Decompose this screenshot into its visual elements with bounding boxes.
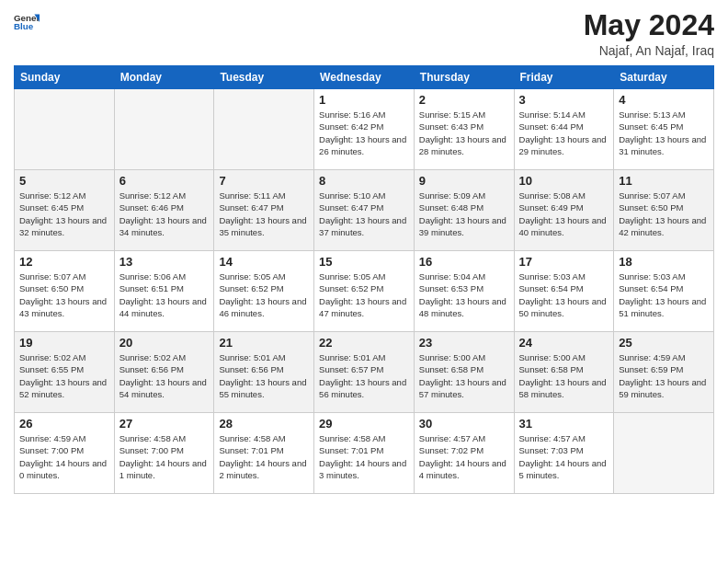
week-row-3: 19Sunrise: 5:02 AM Sunset: 6:55 PM Dayli…: [15, 332, 714, 413]
day-number: 19: [19, 336, 109, 350]
day-number: 25: [619, 336, 709, 350]
table-row: 25Sunrise: 4:59 AM Sunset: 6:59 PM Dayli…: [614, 332, 714, 413]
day-number: 14: [219, 255, 309, 269]
header-sunday: Sunday: [15, 66, 115, 89]
table-row: 30Sunrise: 4:57 AM Sunset: 7:02 PM Dayli…: [414, 413, 514, 494]
day-number: 20: [119, 336, 210, 350]
day-info: Sunrise: 5:02 AM Sunset: 6:56 PM Dayligh…: [119, 351, 210, 400]
table-row: 5Sunrise: 5:12 AM Sunset: 6:45 PM Daylig…: [15, 170, 115, 251]
day-info: Sunrise: 4:58 AM Sunset: 7:01 PM Dayligh…: [219, 432, 309, 481]
table-row: 18Sunrise: 5:03 AM Sunset: 6:54 PM Dayli…: [614, 251, 714, 332]
day-number: 10: [519, 174, 609, 188]
day-info: Sunrise: 5:00 AM Sunset: 6:58 PM Dayligh…: [519, 351, 609, 400]
table-row: [15, 89, 115, 170]
week-row-1: 5Sunrise: 5:12 AM Sunset: 6:45 PM Daylig…: [15, 170, 714, 251]
table-row: 21Sunrise: 5:01 AM Sunset: 6:56 PM Dayli…: [214, 332, 314, 413]
table-row: 23Sunrise: 5:00 AM Sunset: 6:58 PM Dayli…: [414, 332, 514, 413]
table-row: [214, 89, 314, 170]
day-number: 23: [419, 336, 509, 350]
day-info: Sunrise: 4:57 AM Sunset: 7:02 PM Dayligh…: [419, 432, 509, 481]
table-row: 4Sunrise: 5:13 AM Sunset: 6:45 PM Daylig…: [614, 89, 714, 170]
calendar-table: Sunday Monday Tuesday Wednesday Thursday…: [14, 65, 714, 494]
day-number: 22: [319, 336, 409, 350]
day-number: 30: [419, 417, 509, 431]
day-number: 29: [319, 417, 409, 431]
day-number: 9: [419, 174, 509, 188]
day-info: Sunrise: 5:03 AM Sunset: 6:54 PM Dayligh…: [519, 270, 609, 319]
table-row: 10Sunrise: 5:08 AM Sunset: 6:49 PM Dayli…: [514, 170, 614, 251]
table-row: 24Sunrise: 5:00 AM Sunset: 6:58 PM Dayli…: [514, 332, 614, 413]
day-number: 5: [19, 174, 109, 188]
table-row: 15Sunrise: 5:05 AM Sunset: 6:52 PM Dayli…: [314, 251, 415, 332]
day-number: 13: [119, 255, 210, 269]
day-info: Sunrise: 5:00 AM Sunset: 6:58 PM Dayligh…: [419, 351, 509, 400]
day-info: Sunrise: 5:01 AM Sunset: 6:56 PM Dayligh…: [219, 351, 309, 400]
table-row: 22Sunrise: 5:01 AM Sunset: 6:57 PM Dayli…: [314, 332, 415, 413]
day-number: 17: [519, 255, 609, 269]
logo-icon: General Blue: [14, 9, 40, 35]
day-number: 3: [519, 93, 609, 107]
day-info: Sunrise: 4:59 AM Sunset: 6:59 PM Dayligh…: [619, 351, 709, 400]
title-area: May 2024 Najaf, An Najaf, Iraq: [584, 9, 714, 58]
header-saturday: Saturday: [614, 66, 714, 89]
header-tuesday: Tuesday: [214, 66, 314, 89]
table-row: 9Sunrise: 5:09 AM Sunset: 6:48 PM Daylig…: [414, 170, 514, 251]
day-info: Sunrise: 4:58 AM Sunset: 7:00 PM Dayligh…: [119, 432, 210, 481]
day-info: Sunrise: 5:04 AM Sunset: 6:53 PM Dayligh…: [419, 270, 509, 319]
day-info: Sunrise: 5:13 AM Sunset: 6:45 PM Dayligh…: [619, 109, 709, 157]
day-info: Sunrise: 5:14 AM Sunset: 6:44 PM Dayligh…: [519, 109, 609, 157]
day-number: 1: [319, 93, 409, 107]
day-number: 18: [619, 255, 709, 269]
day-number: 2: [419, 93, 509, 107]
day-number: 7: [219, 174, 309, 188]
weekday-header-row: Sunday Monday Tuesday Wednesday Thursday…: [15, 66, 714, 89]
table-row: 13Sunrise: 5:06 AM Sunset: 6:51 PM Dayli…: [114, 251, 214, 332]
header-wednesday: Wednesday: [314, 66, 415, 89]
logo: General Blue: [14, 9, 40, 35]
table-row: 31Sunrise: 4:57 AM Sunset: 7:03 PM Dayli…: [514, 413, 614, 494]
day-info: Sunrise: 4:57 AM Sunset: 7:03 PM Dayligh…: [519, 432, 609, 481]
day-info: Sunrise: 5:03 AM Sunset: 6:54 PM Dayligh…: [619, 270, 709, 319]
day-info: Sunrise: 5:09 AM Sunset: 6:48 PM Dayligh…: [419, 190, 509, 238]
day-number: 28: [219, 417, 309, 431]
table-row: [114, 89, 214, 170]
table-row: 27Sunrise: 4:58 AM Sunset: 7:00 PM Dayli…: [114, 413, 214, 494]
table-row: 16Sunrise: 5:04 AM Sunset: 6:53 PM Dayli…: [414, 251, 514, 332]
day-info: Sunrise: 5:10 AM Sunset: 6:47 PM Dayligh…: [319, 190, 409, 238]
day-info: Sunrise: 5:12 AM Sunset: 6:45 PM Dayligh…: [19, 190, 109, 238]
week-row-0: 1Sunrise: 5:16 AM Sunset: 6:42 PM Daylig…: [15, 89, 714, 170]
day-info: Sunrise: 5:08 AM Sunset: 6:49 PM Dayligh…: [519, 190, 609, 238]
header-friday: Friday: [514, 66, 614, 89]
day-number: 6: [119, 174, 210, 188]
header: General Blue May 2024 Najaf, An Najaf, I…: [14, 9, 714, 58]
week-row-2: 12Sunrise: 5:07 AM Sunset: 6:50 PM Dayli…: [15, 251, 714, 332]
day-info: Sunrise: 5:02 AM Sunset: 6:55 PM Dayligh…: [19, 351, 109, 400]
week-row-4: 26Sunrise: 4:59 AM Sunset: 7:00 PM Dayli…: [15, 413, 714, 494]
table-row: 11Sunrise: 5:07 AM Sunset: 6:50 PM Dayli…: [614, 170, 714, 251]
day-info: Sunrise: 5:16 AM Sunset: 6:42 PM Dayligh…: [319, 109, 409, 157]
day-info: Sunrise: 5:06 AM Sunset: 6:51 PM Dayligh…: [119, 270, 210, 319]
day-info: Sunrise: 4:58 AM Sunset: 7:01 PM Dayligh…: [319, 432, 409, 481]
table-row: 6Sunrise: 5:12 AM Sunset: 6:46 PM Daylig…: [114, 170, 214, 251]
day-number: 8: [319, 174, 409, 188]
day-number: 12: [19, 255, 109, 269]
svg-text:Blue: Blue: [14, 21, 34, 31]
table-row: 1Sunrise: 5:16 AM Sunset: 6:42 PM Daylig…: [314, 89, 415, 170]
table-row: 14Sunrise: 5:05 AM Sunset: 6:52 PM Dayli…: [214, 251, 314, 332]
table-row: 2Sunrise: 5:15 AM Sunset: 6:43 PM Daylig…: [414, 89, 514, 170]
table-row: 3Sunrise: 5:14 AM Sunset: 6:44 PM Daylig…: [514, 89, 614, 170]
table-row: 20Sunrise: 5:02 AM Sunset: 6:56 PM Dayli…: [114, 332, 214, 413]
day-info: Sunrise: 5:07 AM Sunset: 6:50 PM Dayligh…: [619, 190, 709, 238]
table-row: 19Sunrise: 5:02 AM Sunset: 6:55 PM Dayli…: [15, 332, 115, 413]
calendar-wrapper: General Blue May 2024 Najaf, An Najaf, I…: [0, 0, 728, 503]
day-number: 4: [619, 93, 709, 107]
day-info: Sunrise: 5:01 AM Sunset: 6:57 PM Dayligh…: [319, 351, 409, 400]
day-number: 16: [419, 255, 509, 269]
day-info: Sunrise: 5:05 AM Sunset: 6:52 PM Dayligh…: [219, 270, 309, 319]
day-number: 24: [519, 336, 609, 350]
calendar-subtitle: Najaf, An Najaf, Iraq: [584, 43, 714, 58]
day-info: Sunrise: 5:15 AM Sunset: 6:43 PM Dayligh…: [419, 109, 509, 157]
day-number: 11: [619, 174, 709, 188]
day-info: Sunrise: 5:07 AM Sunset: 6:50 PM Dayligh…: [19, 270, 109, 319]
table-row: 17Sunrise: 5:03 AM Sunset: 6:54 PM Dayli…: [514, 251, 614, 332]
